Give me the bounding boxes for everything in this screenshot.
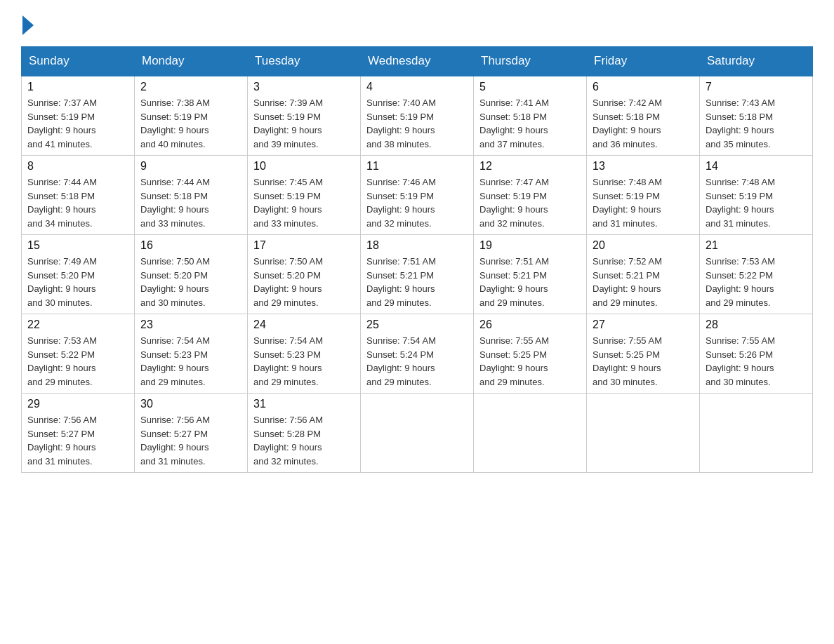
day-info: Sunrise: 7:43 AM Sunset: 5:18 PM Dayligh… [706,96,807,151]
daylight-minutes: and 29 minutes. [366,377,432,387]
daylight-minutes: and 29 minutes. [593,297,658,308]
daylight-minutes: and 31 minutes. [706,218,771,229]
calendar-cell: 28 Sunrise: 7:55 AM Sunset: 5:26 PM Dayl… [700,314,813,394]
day-number: 3 [253,81,355,93]
daylight-minutes: and 33 minutes. [140,218,206,229]
sunrise-label: Sunrise: 7:37 AM [27,98,97,108]
daylight-minutes: and 29 minutes. [140,377,206,387]
sunrise-label: Sunrise: 7:41 AM [479,98,549,108]
daylight-label: Daylight: 9 hours [593,204,661,215]
calendar-cell: 15 Sunrise: 7:49 AM Sunset: 5:20 PM Dayl… [22,235,135,314]
daylight-label: Daylight: 9 hours [140,125,209,135]
day-info: Sunrise: 7:40 AM Sunset: 5:19 PM Dayligh… [366,96,468,151]
day-number: 13 [593,160,694,173]
day-number: 11 [366,160,468,173]
day-info: Sunrise: 7:37 AM Sunset: 5:19 PM Dayligh… [27,96,128,151]
daylight-minutes: and 30 minutes. [140,297,206,308]
day-number: 24 [253,318,355,331]
day-number: 6 [593,81,694,93]
calendar-cell: 14 Sunrise: 7:48 AM Sunset: 5:19 PM Dayl… [700,156,813,235]
daylight-minutes: and 34 minutes. [27,218,93,229]
sunrise-label: Sunrise: 7:51 AM [366,256,436,267]
calendar-cell: 23 Sunrise: 7:54 AM Sunset: 5:23 PM Dayl… [135,314,248,394]
day-info: Sunrise: 7:46 AM Sunset: 5:19 PM Dayligh… [366,175,468,230]
sunrise-label: Sunrise: 7:48 AM [593,177,662,187]
sunset-label: Sunset: 5:19 PM [140,112,208,122]
daylight-minutes: and 32 minutes. [479,218,545,229]
calendar-cell: 5 Sunrise: 7:41 AM Sunset: 5:18 PM Dayli… [474,76,587,156]
sunrise-label: Sunrise: 7:38 AM [140,98,210,108]
day-info: Sunrise: 7:51 AM Sunset: 5:21 PM Dayligh… [479,255,581,309]
sunset-label: Sunset: 5:27 PM [27,429,95,439]
sunset-label: Sunset: 5:21 PM [593,270,660,281]
calendar-week-row: 22 Sunrise: 7:53 AM Sunset: 5:22 PM Dayl… [22,314,813,394]
daylight-label: Daylight: 9 hours [27,442,96,452]
calendar-cell: 25 Sunrise: 7:54 AM Sunset: 5:24 PM Dayl… [361,314,474,394]
calendar-cell: 1 Sunrise: 7:37 AM Sunset: 5:19 PM Dayli… [22,76,135,156]
sunset-label: Sunset: 5:26 PM [706,349,773,360]
calendar-cell: 17 Sunrise: 7:50 AM Sunset: 5:20 PM Dayl… [248,235,361,314]
sunrise-label: Sunrise: 7:53 AM [27,335,97,346]
sunset-label: Sunset: 5:18 PM [479,112,547,122]
sunrise-label: Sunrise: 7:39 AM [253,98,323,108]
daylight-minutes: and 32 minutes. [366,218,432,229]
day-number: 12 [479,160,581,173]
day-info: Sunrise: 7:50 AM Sunset: 5:20 PM Dayligh… [253,255,355,309]
calendar-cell: 2 Sunrise: 7:38 AM Sunset: 5:19 PM Dayli… [135,76,248,156]
calendar-cell: 31 Sunrise: 7:56 AM Sunset: 5:28 PM Dayl… [248,394,361,473]
daylight-label: Daylight: 9 hours [366,363,435,373]
sunrise-label: Sunrise: 7:55 AM [479,335,549,346]
daylight-minutes: and 30 minutes. [593,377,658,387]
calendar-cell: 19 Sunrise: 7:51 AM Sunset: 5:21 PM Dayl… [474,235,587,314]
day-number: 7 [706,81,807,93]
day-info: Sunrise: 7:55 AM Sunset: 5:25 PM Dayligh… [479,334,581,389]
day-number: 10 [253,160,355,173]
daylight-label: Daylight: 9 hours [253,125,322,135]
day-number: 27 [593,318,694,331]
calendar-cell: 16 Sunrise: 7:50 AM Sunset: 5:20 PM Dayl… [135,235,248,314]
calendar-cell: 24 Sunrise: 7:54 AM Sunset: 5:23 PM Dayl… [248,314,361,394]
daylight-label: Daylight: 9 hours [253,363,322,373]
sunset-label: Sunset: 5:20 PM [253,270,321,281]
calendar-cell: 27 Sunrise: 7:55 AM Sunset: 5:25 PM Dayl… [587,314,700,394]
daylight-label: Daylight: 9 hours [27,204,96,215]
day-header-friday: Friday [587,47,700,76]
daylight-minutes: and 31 minutes. [593,218,658,229]
sunset-label: Sunset: 5:27 PM [140,429,208,439]
sunrise-label: Sunrise: 7:46 AM [366,177,436,187]
sunset-label: Sunset: 5:19 PM [253,112,321,122]
calendar-week-row: 1 Sunrise: 7:37 AM Sunset: 5:19 PM Dayli… [22,76,813,156]
sunrise-label: Sunrise: 7:52 AM [593,256,662,267]
sunset-label: Sunset: 5:18 PM [27,191,95,201]
sunrise-label: Sunrise: 7:56 AM [253,415,323,425]
sunrise-label: Sunrise: 7:43 AM [706,98,775,108]
daylight-minutes: and 36 minutes. [593,139,658,149]
calendar-cell: 20 Sunrise: 7:52 AM Sunset: 5:21 PM Dayl… [587,235,700,314]
sunset-label: Sunset: 5:18 PM [706,112,773,122]
daylight-label: Daylight: 9 hours [479,125,548,135]
day-number: 4 [366,81,468,93]
calendar-cell: 22 Sunrise: 7:53 AM Sunset: 5:22 PM Dayl… [22,314,135,394]
day-number: 29 [27,398,128,410]
sunrise-label: Sunrise: 7:40 AM [366,98,436,108]
sunset-label: Sunset: 5:23 PM [253,349,321,360]
calendar-cell [361,394,474,473]
day-info: Sunrise: 7:50 AM Sunset: 5:20 PM Dayligh… [140,255,241,309]
daylight-label: Daylight: 9 hours [253,204,322,215]
day-info: Sunrise: 7:56 AM Sunset: 5:28 PM Dayligh… [253,413,355,468]
sunset-label: Sunset: 5:19 PM [366,191,434,201]
calendar-week-row: 15 Sunrise: 7:49 AM Sunset: 5:20 PM Dayl… [22,235,813,314]
sunset-label: Sunset: 5:19 PM [253,191,321,201]
day-number: 20 [593,239,694,252]
daylight-minutes: and 29 minutes. [27,377,93,387]
calendar-cell: 7 Sunrise: 7:43 AM Sunset: 5:18 PM Dayli… [700,76,813,156]
day-number: 17 [253,239,355,252]
sunrise-label: Sunrise: 7:50 AM [140,256,210,267]
sunset-label: Sunset: 5:25 PM [479,349,547,360]
daylight-label: Daylight: 9 hours [140,204,209,215]
sunset-label: Sunset: 5:20 PM [140,270,208,281]
calendar-cell: 18 Sunrise: 7:51 AM Sunset: 5:21 PM Dayl… [361,235,474,314]
daylight-label: Daylight: 9 hours [27,283,96,294]
sunset-label: Sunset: 5:25 PM [593,349,660,360]
sunset-label: Sunset: 5:22 PM [706,270,773,281]
